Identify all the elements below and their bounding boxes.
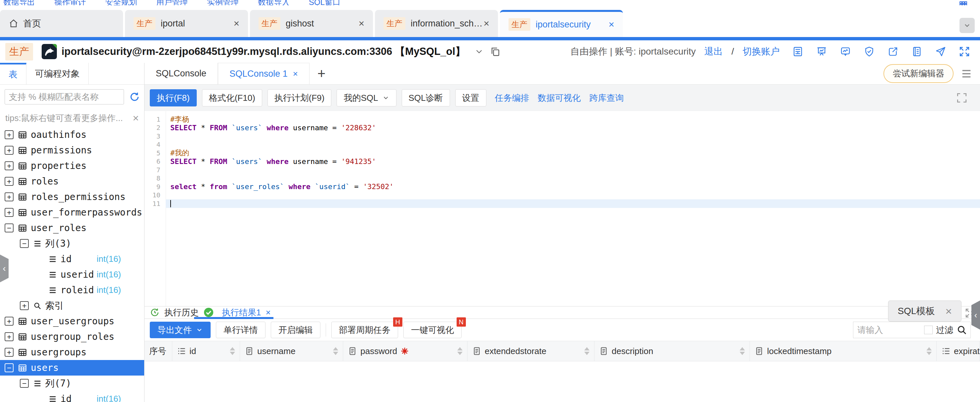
- notebook-icon[interactable]: [911, 46, 923, 57]
- format-button[interactable]: 格式化(F10): [202, 89, 262, 106]
- close-icon[interactable]: ×: [484, 18, 489, 29]
- editor-line-5[interactable]: 5#我的: [145, 149, 980, 157]
- editor-line-4[interactable]: 4: [145, 140, 980, 149]
- close-icon[interactable]: ×: [234, 18, 239, 29]
- chevron-down-icon[interactable]: [474, 47, 484, 57]
- editor-fullscreen-icon[interactable]: [956, 92, 967, 103]
- sidebar-collapse-handle[interactable]: ‹: [0, 254, 9, 282]
- expand-toggle-icon[interactable]: +: [5, 130, 14, 139]
- tab-tables[interactable]: 表: [0, 63, 27, 84]
- tab-sqlconsole-1[interactable]: SQLConsole 1 ×: [218, 63, 309, 84]
- column-header-extendedstorate[interactable]: extendedstorate: [468, 341, 595, 361]
- editor-line-3[interactable]: 3: [145, 132, 980, 140]
- close-icon[interactable]: ×: [133, 112, 139, 124]
- run-button[interactable]: 执行(F8): [150, 89, 197, 106]
- tree-item-roleid[interactable]: roleidint(16): [0, 282, 144, 298]
- sql-template-button[interactable]: SQL模板 ×: [888, 300, 961, 322]
- tab-sqlconsole[interactable]: SQLConsole: [145, 63, 218, 84]
- sort-arrows[interactable]: [333, 347, 338, 355]
- column-header-lockedtimestamp[interactable]: lockedtimestamp: [750, 341, 937, 361]
- menu-icon[interactable]: [961, 69, 972, 79]
- explain-plan-button[interactable]: 执行计划(F9): [267, 89, 332, 106]
- tab-gishost[interactable]: 生产 gishost ×: [250, 10, 373, 37]
- tab-programmable-objects[interactable]: 可编程对象: [27, 63, 89, 84]
- tree-item-user_formerpasswords[interactable]: +user_formerpasswords: [0, 205, 144, 220]
- export-file-button[interactable]: 导出文件: [150, 322, 211, 338]
- sort-arrows[interactable]: [457, 347, 463, 355]
- right-panel-handle[interactable]: ‹: [971, 300, 980, 330]
- tree-item-usergroups[interactable]: +usergroups: [0, 345, 144, 360]
- expand-toggle-icon[interactable]: +: [5, 332, 14, 341]
- expand-toggle-icon[interactable]: +: [5, 208, 14, 217]
- tab-list-dropdown-button[interactable]: [959, 18, 975, 33]
- tree-item-usergroup_roles[interactable]: +usergroup_roles: [0, 329, 144, 345]
- column-header-description[interactable]: description: [595, 341, 750, 361]
- top-menu-item[interactable]: SQL窗口: [309, 0, 340, 5]
- tab-home[interactable]: 首页: [0, 10, 123, 37]
- tree-item-列(7)[interactable]: −列(7): [0, 375, 144, 391]
- enable-edit-button[interactable]: 开启编辑: [271, 322, 320, 338]
- editor-line-1[interactable]: 1#李杨: [145, 115, 980, 124]
- dashboard-board-icon[interactable]: [816, 46, 827, 57]
- editor-line-10[interactable]: 10: [145, 191, 980, 200]
- collapse-toggle-icon[interactable]: −: [5, 224, 14, 232]
- sort-arrows[interactable]: [584, 347, 590, 355]
- top-menu-item[interactable]: 操作审计: [54, 0, 86, 5]
- sort-arrows[interactable]: [740, 347, 745, 355]
- tree-item-user_roles[interactable]: −user_roles: [0, 220, 144, 236]
- export-share-icon[interactable]: [888, 46, 899, 57]
- expand-toggle-icon[interactable]: +: [5, 177, 14, 186]
- top-menu-item[interactable]: 用户管理: [156, 0, 188, 5]
- tree-item-oauthinfos[interactable]: +oauthinfos: [0, 127, 144, 143]
- add-console-tab-button[interactable]: +: [317, 66, 326, 82]
- filter-checkbox[interactable]: [924, 326, 933, 334]
- filter-input[interactable]: [857, 325, 921, 335]
- monitor-chart-icon[interactable]: [840, 46, 851, 57]
- tab-information-schema[interactable]: 生产 information_schema ×: [375, 10, 498, 37]
- my-sql-dropdown[interactable]: 我的SQL: [337, 89, 396, 106]
- tree-item-roles[interactable]: +roles: [0, 173, 144, 189]
- copy-icon[interactable]: [490, 46, 501, 57]
- close-icon[interactable]: ×: [945, 305, 952, 318]
- switch-account-link[interactable]: 切换账户: [743, 45, 780, 58]
- tree-item-id[interactable]: idint(16): [0, 391, 144, 402]
- tab-execution-result-1[interactable]: 执行结果1: [222, 307, 261, 318]
- connection-host[interactable]: iportalsecurity@rm-2zerjpo6845t1y99r.mys…: [62, 46, 392, 57]
- row-detail-button[interactable]: 单行详情: [216, 322, 266, 338]
- editor-line-6[interactable]: 6SELECT * FROM `users` where username = …: [145, 157, 980, 166]
- editor-line-8[interactable]: 8: [145, 174, 980, 183]
- table-search-input[interactable]: [5, 89, 124, 105]
- collapse-toggle-icon[interactable]: −: [20, 239, 29, 248]
- tree-item-id[interactable]: idint(16): [0, 251, 144, 267]
- tree-item-列(3)[interactable]: −列(3): [0, 236, 144, 251]
- send-plane-icon[interactable]: [935, 46, 946, 57]
- collapse-toggle-icon[interactable]: −: [20, 379, 29, 388]
- top-menu-item[interactable]: 实例管理: [207, 0, 239, 5]
- tree-item-users[interactable]: −users: [0, 360, 144, 375]
- sql-diagnose-button[interactable]: SQL诊断: [402, 89, 450, 106]
- tree-item-permissions[interactable]: +permissions: [0, 143, 144, 158]
- expand-toggle-icon[interactable]: +: [5, 317, 14, 326]
- tab-iportal[interactable]: 生产 iportal ×: [125, 10, 248, 37]
- column-header-username[interactable]: username: [240, 341, 343, 361]
- column-header-序号[interactable]: 序号: [145, 341, 172, 361]
- tab-iportalsecurity[interactable]: 生产 iportalsecurity ×: [500, 10, 623, 37]
- editor-line-9[interactable]: 9select * from `user_roles` where `useri…: [145, 183, 980, 191]
- expand-toggle-icon[interactable]: +: [5, 161, 14, 170]
- top-menu-item[interactable]: 安全规划: [105, 0, 137, 5]
- settings-button[interactable]: 设置: [455, 89, 486, 106]
- cross-db-query-link[interactable]: 跨库查询: [590, 92, 624, 104]
- sort-arrows[interactable]: [926, 347, 932, 355]
- tree-item-索引[interactable]: +索引: [0, 298, 144, 313]
- close-icon[interactable]: ×: [608, 19, 614, 30]
- tree-item-properties[interactable]: +properties: [0, 158, 144, 173]
- fullscreen-icon[interactable]: [959, 46, 970, 57]
- calculator-icon[interactable]: [792, 46, 803, 57]
- tree-item-roles_permissions[interactable]: +roles_permissions: [0, 189, 144, 205]
- editor-line-2[interactable]: 2SELECT * FROM `users` where username = …: [145, 124, 980, 132]
- column-header-expirationtime[interactable]: expirationtime: [937, 341, 980, 361]
- top-menu-item[interactable]: 数据导出: [3, 0, 35, 5]
- column-header-id[interactable]: id: [172, 341, 240, 361]
- expand-toggle-icon[interactable]: +: [20, 301, 29, 310]
- close-icon[interactable]: ×: [358, 18, 364, 29]
